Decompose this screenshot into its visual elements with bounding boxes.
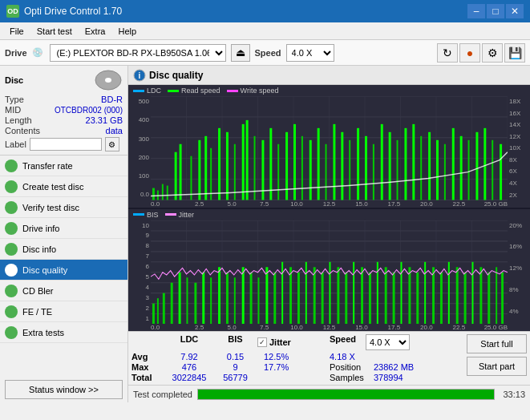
sidebar-item-verify-test-disc[interactable]: Verify test disc: [0, 197, 127, 218]
disc-panel: Disc Type BD-R MID OTCBDR002 (000) Lengt…: [0, 66, 127, 155]
menu-file[interactable]: File: [3, 25, 30, 38]
toolbar-icons: ↻ ● ⚙ 💾: [437, 43, 525, 63]
drive-bar: Drive 💿 (E:) PLEXTOR BD-R PX-LB950SA 1.0…: [0, 40, 530, 66]
drive-icon: 💿: [32, 47, 43, 58]
speed-select[interactable]: 4.0 X: [286, 44, 334, 62]
svg-rect-128: [472, 261, 474, 324]
svg-rect-31: [226, 132, 229, 200]
sidebar-item-create-test-disc[interactable]: Create test disc: [0, 176, 127, 197]
maximize-button[interactable]: □: [487, 4, 504, 18]
save-button[interactable]: 💾: [504, 43, 525, 63]
svg-rect-27: [198, 140, 200, 200]
sidebar-label-extra-tests: Extra tests: [22, 328, 64, 337]
svg-rect-93: [194, 282, 196, 324]
svg-rect-122: [424, 261, 426, 324]
sidebar-item-extra-tests[interactable]: Extra tests: [0, 322, 127, 343]
svg-rect-45: [333, 124, 335, 200]
svg-rect-121: [416, 272, 419, 324]
ldc-y-100: 100: [130, 172, 149, 180]
total-ldc: 3022845: [165, 373, 213, 382]
drive-select[interactable]: (E:) PLEXTOR BD-R PX-LB950SA 1.06: [50, 44, 226, 62]
svg-rect-126: [456, 267, 459, 324]
stats-area: LDC BIS ✓ Jitter Speed 4.0 X Avg 7.92 0.…: [128, 331, 530, 385]
svg-rect-57: [428, 132, 431, 200]
sidebar-item-disc-quality[interactable]: Disc quality: [0, 260, 127, 281]
jitter-checkbox[interactable]: ✓: [257, 337, 267, 347]
disc-label-input[interactable]: [30, 138, 102, 151]
svg-rect-88: [157, 298, 159, 324]
read-legend-label: Read speed: [181, 87, 220, 95]
settings-button[interactable]: ⚙: [482, 43, 503, 63]
app-title: Opti Drive Control 1.70: [24, 6, 122, 17]
menu-bar: File Start test Extra Help: [0, 22, 530, 40]
total-row: Total 3022845 56779 Samples 378994: [131, 373, 457, 382]
disc-quality-icon: [5, 264, 18, 277]
sidebar-item-transfer-rate[interactable]: Transfer rate: [0, 155, 127, 176]
x-20: 20.0: [411, 200, 443, 208]
close-button[interactable]: ✕: [506, 4, 524, 18]
sidebar-item-drive-info[interactable]: Drive info: [0, 218, 127, 239]
app-icon: OD: [6, 5, 19, 18]
menu-start-test[interactable]: Start test: [30, 25, 79, 38]
bis-y-axis-left: 10 9 8 7 6 5 4 3 2 1: [128, 220, 151, 325]
svg-rect-108: [314, 267, 316, 324]
label-edit-button[interactable]: ⚙: [105, 137, 119, 151]
sidebar-menu: Transfer rate Create test disc Verify te…: [0, 155, 127, 377]
quality-icon: i: [133, 69, 146, 82]
stats-header: LDC BIS ✓ Jitter Speed 4.0 X: [131, 334, 457, 350]
svg-rect-107: [305, 261, 307, 324]
svg-rect-37: [269, 128, 272, 200]
ldc-y-4x: 4X: [509, 180, 528, 187]
speed-select-stats[interactable]: 4.0 X: [366, 334, 410, 350]
svg-rect-91: [179, 272, 181, 324]
svg-rect-25: [180, 144, 182, 200]
svg-rect-123: [432, 267, 435, 324]
write-legend-label: Write speed: [241, 87, 279, 95]
svg-rect-30: [218, 128, 220, 200]
bis-y-axis-right: 20% 16% 12% 8% 4%: [508, 220, 530, 325]
ldc-y-6x: 6X: [509, 168, 528, 175]
svg-rect-43: [318, 128, 320, 200]
status-window-button[interactable]: Status window >>: [5, 380, 123, 399]
svg-rect-125: [448, 261, 450, 324]
bis-legend-label: BIS: [147, 211, 159, 219]
length-value: 23.31 GB: [86, 115, 123, 125]
x-2.5: 2.5: [183, 200, 215, 208]
max-ldc: 476: [165, 362, 213, 372]
avg-speed: 4.18 X: [330, 352, 366, 361]
charts-area: LDC Read speed Write speed 500 40: [128, 85, 530, 331]
svg-rect-65: [492, 140, 493, 200]
minimize-button[interactable]: –: [467, 4, 485, 18]
svg-rect-34: [246, 120, 249, 200]
main-area: Disc Type BD-R MID OTCBDR002 (000) Lengt…: [0, 66, 530, 402]
start-full-button[interactable]: Start full: [467, 334, 527, 353]
burn-button[interactable]: ●: [459, 43, 480, 63]
sidebar-item-cd-bler[interactable]: CD Bler: [0, 281, 127, 301]
svg-rect-29: [210, 148, 212, 200]
total-bis: 56779: [213, 373, 257, 382]
svg-rect-94: [202, 272, 204, 324]
svg-rect-53: [397, 140, 399, 200]
ldc-y-200: 200: [130, 154, 149, 161]
sidebar-item-disc-info[interactable]: Disc info: [0, 239, 127, 260]
svg-rect-50: [373, 144, 374, 200]
refresh-button[interactable]: ↻: [437, 43, 458, 63]
stats-table: LDC BIS ✓ Jitter Speed 4.0 X Avg 7.92 0.…: [131, 334, 457, 382]
window-controls: – □ ✕: [467, 4, 524, 18]
sidebar-label-disc-info: Disc info: [22, 244, 56, 254]
x-17.5: 17.5: [378, 200, 410, 208]
menu-extra[interactable]: Extra: [79, 25, 112, 38]
svg-rect-48: [357, 128, 359, 200]
menu-help[interactable]: Help: [111, 25, 143, 38]
svg-rect-99: [242, 267, 245, 324]
svg-rect-109: [322, 272, 324, 324]
speed-label: Speed: [255, 48, 281, 58]
svg-rect-60: [452, 128, 455, 200]
start-part-button[interactable]: Start part: [467, 357, 527, 376]
quality-header: i Disc quality: [128, 66, 530, 85]
mid-value: OTCBDR002 (000): [55, 106, 123, 115]
sidebar-item-fe-te[interactable]: FE / TE: [0, 301, 127, 322]
svg-rect-64: [483, 128, 486, 200]
eject-button[interactable]: ⏏: [231, 44, 250, 62]
status-bar: Test completed 33:13: [128, 385, 530, 402]
